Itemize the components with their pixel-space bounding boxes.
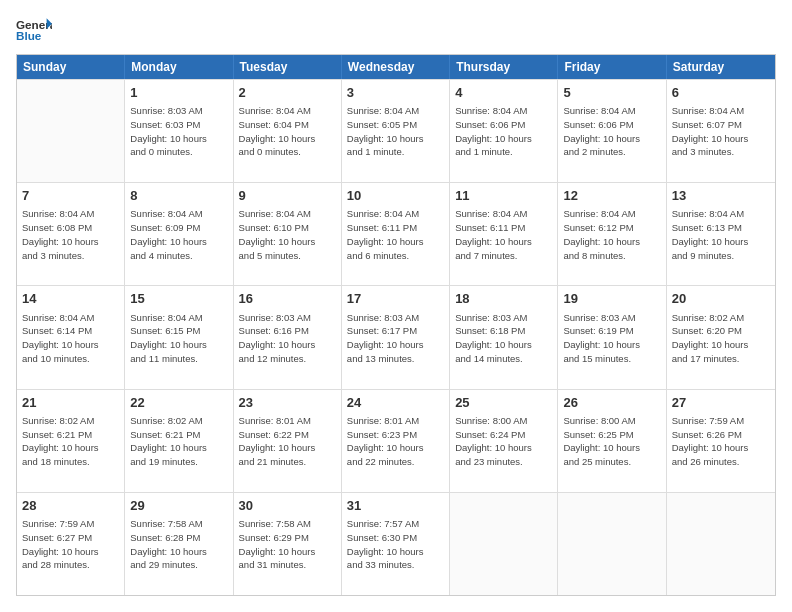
cell-text: Daylight: 10 hours	[672, 441, 770, 455]
cell-text: Sunset: 6:21 PM	[130, 428, 227, 442]
day-number: 28	[22, 497, 119, 515]
logo-icon: General Blue	[16, 16, 52, 44]
calendar-cell: 11Sunrise: 8:04 AMSunset: 6:11 PMDayligh…	[450, 183, 558, 285]
cell-text: and 33 minutes.	[347, 558, 444, 572]
cell-text: Sunrise: 8:00 AM	[455, 414, 552, 428]
calendar-week: 14Sunrise: 8:04 AMSunset: 6:14 PMDayligh…	[17, 285, 775, 388]
cell-text: Daylight: 10 hours	[347, 441, 444, 455]
cell-text: and 15 minutes.	[563, 352, 660, 366]
cell-text: and 0 minutes.	[130, 145, 227, 159]
calendar-cell: 21Sunrise: 8:02 AMSunset: 6:21 PMDayligh…	[17, 390, 125, 492]
calendar-cell: 29Sunrise: 7:58 AMSunset: 6:28 PMDayligh…	[125, 493, 233, 595]
cell-text: Sunrise: 8:02 AM	[130, 414, 227, 428]
calendar-cell	[17, 80, 125, 182]
weekday-header: Friday	[558, 55, 666, 79]
cell-text: Sunset: 6:10 PM	[239, 221, 336, 235]
cell-text: and 28 minutes.	[22, 558, 119, 572]
day-number: 29	[130, 497, 227, 515]
cell-text: Sunset: 6:29 PM	[239, 531, 336, 545]
header: General Blue	[16, 16, 776, 44]
day-number: 31	[347, 497, 444, 515]
cell-text: Daylight: 10 hours	[455, 441, 552, 455]
cell-text: Daylight: 10 hours	[672, 338, 770, 352]
calendar-cell: 25Sunrise: 8:00 AMSunset: 6:24 PMDayligh…	[450, 390, 558, 492]
cell-text: Sunset: 6:22 PM	[239, 428, 336, 442]
cell-text: Sunrise: 7:57 AM	[347, 517, 444, 531]
cell-text: and 11 minutes.	[130, 352, 227, 366]
cell-text: Sunset: 6:30 PM	[347, 531, 444, 545]
cell-text: Sunset: 6:15 PM	[130, 324, 227, 338]
cell-text: Sunset: 6:12 PM	[563, 221, 660, 235]
cell-text: Daylight: 10 hours	[239, 545, 336, 559]
weekday-header: Thursday	[450, 55, 558, 79]
weekday-header: Sunday	[17, 55, 125, 79]
cell-text: and 31 minutes.	[239, 558, 336, 572]
day-number: 7	[22, 187, 119, 205]
cell-text: and 5 minutes.	[239, 249, 336, 263]
day-number: 17	[347, 290, 444, 308]
calendar-cell: 31Sunrise: 7:57 AMSunset: 6:30 PMDayligh…	[342, 493, 450, 595]
cell-text: Daylight: 10 hours	[455, 338, 552, 352]
cell-text: and 0 minutes.	[239, 145, 336, 159]
cell-text: and 14 minutes.	[455, 352, 552, 366]
cell-text: Sunrise: 8:03 AM	[563, 311, 660, 325]
cell-text: and 2 minutes.	[563, 145, 660, 159]
cell-text: Daylight: 10 hours	[130, 338, 227, 352]
day-number: 22	[130, 394, 227, 412]
day-number: 14	[22, 290, 119, 308]
cell-text: Daylight: 10 hours	[563, 132, 660, 146]
cell-text: Sunset: 6:06 PM	[455, 118, 552, 132]
day-number: 3	[347, 84, 444, 102]
cell-text: and 4 minutes.	[130, 249, 227, 263]
cell-text: Sunrise: 7:59 AM	[672, 414, 770, 428]
cell-text: Daylight: 10 hours	[239, 132, 336, 146]
weekday-header: Wednesday	[342, 55, 450, 79]
cell-text: Sunset: 6:06 PM	[563, 118, 660, 132]
calendar-cell: 22Sunrise: 8:02 AMSunset: 6:21 PMDayligh…	[125, 390, 233, 492]
svg-text:Blue: Blue	[16, 29, 42, 42]
calendar-cell	[667, 493, 775, 595]
cell-text: and 13 minutes.	[347, 352, 444, 366]
cell-text: and 3 minutes.	[22, 249, 119, 263]
cell-text: Sunset: 6:04 PM	[239, 118, 336, 132]
cell-text: Sunrise: 7:58 AM	[130, 517, 227, 531]
weekday-header: Tuesday	[234, 55, 342, 79]
cell-text: Sunrise: 8:04 AM	[22, 207, 119, 221]
calendar-cell: 26Sunrise: 8:00 AMSunset: 6:25 PMDayligh…	[558, 390, 666, 492]
cell-text: Daylight: 10 hours	[347, 338, 444, 352]
cell-text: Sunset: 6:23 PM	[347, 428, 444, 442]
cell-text: Sunset: 6:21 PM	[22, 428, 119, 442]
cell-text: Daylight: 10 hours	[563, 441, 660, 455]
calendar-cell: 2Sunrise: 8:04 AMSunset: 6:04 PMDaylight…	[234, 80, 342, 182]
cell-text: Daylight: 10 hours	[563, 338, 660, 352]
cell-text: Sunrise: 7:59 AM	[22, 517, 119, 531]
cell-text: Daylight: 10 hours	[130, 132, 227, 146]
calendar-header: SundayMondayTuesdayWednesdayThursdayFrid…	[17, 55, 775, 79]
cell-text: Daylight: 10 hours	[130, 441, 227, 455]
cell-text: Daylight: 10 hours	[672, 235, 770, 249]
cell-text: Sunset: 6:14 PM	[22, 324, 119, 338]
day-number: 16	[239, 290, 336, 308]
cell-text: Daylight: 10 hours	[455, 235, 552, 249]
cell-text: Sunset: 6:26 PM	[672, 428, 770, 442]
cell-text: Sunrise: 8:04 AM	[347, 104, 444, 118]
cell-text: Sunrise: 8:04 AM	[130, 207, 227, 221]
cell-text: Sunrise: 8:00 AM	[563, 414, 660, 428]
cell-text: Daylight: 10 hours	[239, 338, 336, 352]
day-number: 15	[130, 290, 227, 308]
cell-text: Sunrise: 8:01 AM	[239, 414, 336, 428]
cell-text: and 26 minutes.	[672, 455, 770, 469]
logo: General Blue	[16, 16, 52, 44]
cell-text: and 21 minutes.	[239, 455, 336, 469]
cell-text: and 17 minutes.	[672, 352, 770, 366]
day-number: 8	[130, 187, 227, 205]
cell-text: Sunrise: 8:03 AM	[239, 311, 336, 325]
calendar-week: 21Sunrise: 8:02 AMSunset: 6:21 PMDayligh…	[17, 389, 775, 492]
cell-text: Daylight: 10 hours	[22, 235, 119, 249]
day-number: 6	[672, 84, 770, 102]
cell-text: and 6 minutes.	[347, 249, 444, 263]
day-number: 26	[563, 394, 660, 412]
day-number: 18	[455, 290, 552, 308]
cell-text: Sunrise: 8:04 AM	[455, 104, 552, 118]
cell-text: Sunrise: 8:04 AM	[672, 104, 770, 118]
